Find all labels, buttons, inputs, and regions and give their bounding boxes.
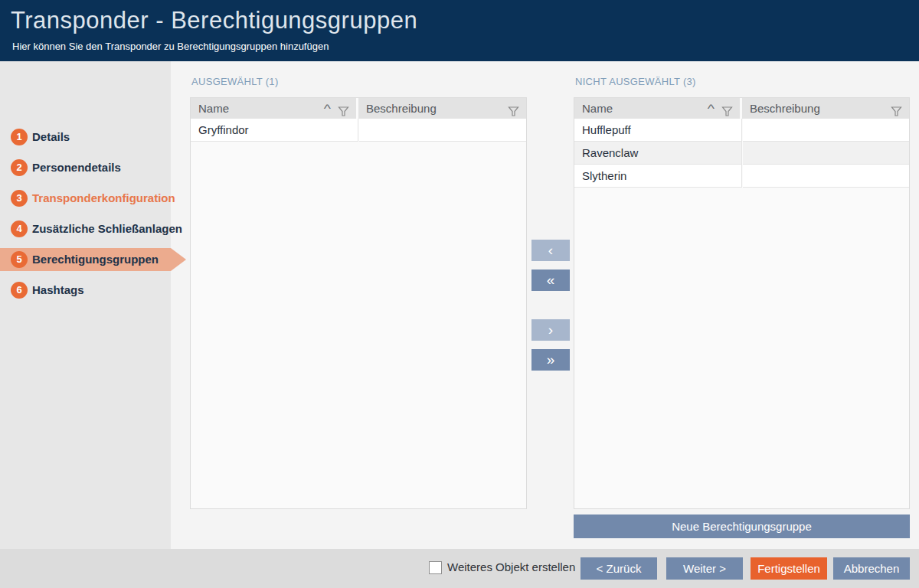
step-label: Details: [32, 126, 70, 149]
step-number-badge: 6: [11, 282, 28, 299]
back-button[interactable]: < Zurück: [581, 557, 657, 580]
cell-description: [743, 142, 909, 165]
page-subtitle: Hier können Sie den Transponder zu Berec…: [12, 41, 329, 52]
selected-panel-label: AUSGEWÄHLT (1): [191, 76, 279, 87]
step-number-badge: 3: [11, 190, 28, 207]
unselected-panel-label: NICHT AUSGEWÄHLT (3): [575, 76, 696, 87]
step-number-badge: 2: [11, 159, 28, 176]
cell-name: Gryffindor: [191, 119, 358, 142]
unselected-groups-table: Name ^ Beschreibung Hufflepuff Ravenclaw…: [574, 97, 910, 509]
step-number-badge: 5: [11, 251, 28, 268]
step-transponderkonfiguration[interactable]: 3 Transponderkonfiguration: [0, 187, 171, 210]
page-title: Transponder - Berechtigungsgruppen: [11, 7, 417, 34]
move-all-right-button[interactable]: »: [531, 349, 570, 371]
step-details[interactable]: 1 Details: [0, 126, 171, 149]
step-zusaetzliche-schliessanlagen[interactable]: 4 Zusätzliche Schließanlagen: [0, 217, 171, 240]
cell-description: [743, 165, 909, 188]
selected-column-header-description[interactable]: Beschreibung: [358, 98, 526, 119]
cell-name: Ravenclaw: [574, 142, 742, 165]
next-button[interactable]: Weiter >: [666, 557, 743, 580]
create-another-object-checkbox[interactable]: [429, 561, 442, 574]
step-number-badge: 4: [11, 220, 28, 237]
new-authorization-group-button[interactable]: Neue Berechtigungsgruppe: [574, 514, 910, 538]
cell-name: Hufflepuff: [574, 119, 742, 142]
footer-bar: Weiteres Objekt erstellen < Zurück Weite…: [0, 549, 919, 588]
step-label: Personendetails: [32, 156, 121, 179]
selected-groups-table: Name ^ Beschreibung Gryffindor: [190, 97, 527, 509]
wizard-sidebar: 1 Details 2 Personendetails 3 Transponde…: [0, 61, 171, 549]
table-row-ravenclaw[interactable]: Ravenclaw: [574, 142, 909, 165]
cell-description: [743, 119, 909, 142]
selected-table-header: Name ^ Beschreibung: [191, 98, 526, 119]
unselected-column-header-name[interactable]: Name ^: [574, 98, 740, 119]
unselected-column-header-description[interactable]: Beschreibung: [742, 98, 909, 119]
create-another-object-label: Weiteres Objekt erstellen: [447, 560, 575, 573]
move-right-button[interactable]: ›: [531, 319, 570, 341]
cancel-button[interactable]: Abbrechen: [833, 557, 910, 580]
sort-ascending-icon: ^: [324, 99, 331, 119]
step-label: Berechtigungsgruppen: [32, 248, 159, 271]
step-label: Transponderkonfiguration: [32, 187, 175, 210]
move-left-button[interactable]: ‹: [531, 240, 570, 261]
cell-description: [359, 119, 526, 142]
table-row-hufflepuff[interactable]: Hufflepuff: [574, 119, 909, 142]
step-label: Zusätzliche Schließanlagen: [32, 217, 182, 240]
selected-column-header-name[interactable]: Name ^: [191, 98, 356, 119]
step-berechtigungsgruppen-active[interactable]: 5 Berechtigungsgruppen: [0, 248, 171, 271]
table-row-slytherin[interactable]: Slytherin: [574, 165, 909, 188]
step-label: Hashtags: [32, 279, 84, 302]
step-hashtags[interactable]: 6 Hashtags: [0, 279, 171, 302]
finish-button[interactable]: Fertigstellen: [751, 557, 827, 580]
step-personendetails[interactable]: 2 Personendetails: [0, 156, 171, 179]
wizard-header: Transponder - Berechtigungsgruppen Hier …: [0, 0, 919, 61]
step-number-badge: 1: [11, 129, 28, 145]
move-all-left-button[interactable]: «: [531, 270, 570, 291]
sort-ascending-icon: ^: [708, 99, 715, 119]
table-row-gryffindor[interactable]: Gryffindor: [191, 119, 526, 142]
cell-name: Slytherin: [574, 165, 742, 188]
unselected-table-header: Name ^ Beschreibung: [574, 98, 909, 119]
